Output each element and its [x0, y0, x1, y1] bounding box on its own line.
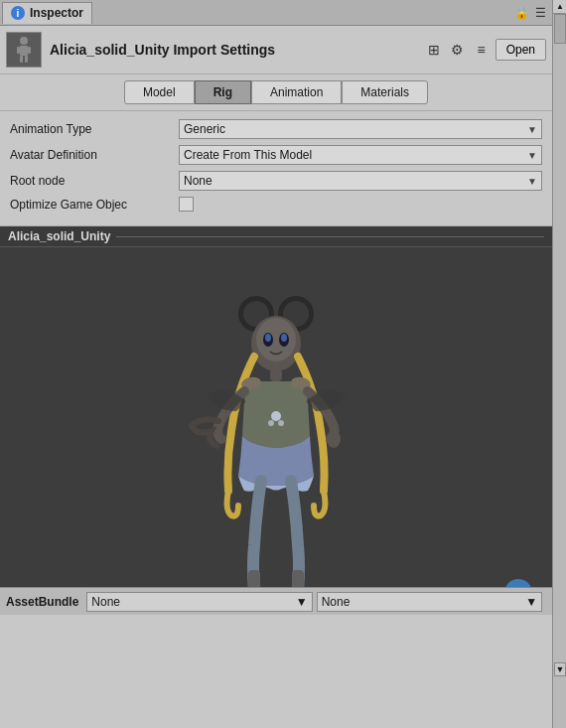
tab-bar-actions: 🔒 ☰	[513, 5, 552, 21]
asset-bundle-select-2[interactable]: None ▼	[317, 592, 542, 612]
asset-header: Alicia_solid_Unity Import Settings ⊞ ⚙ ≡…	[0, 26, 552, 74]
svg-rect-2	[20, 46, 28, 56]
asset-bundle-select-1[interactable]: None ▼	[86, 592, 312, 612]
avatar-definition-label: Avatar Definition	[10, 148, 179, 162]
preview-divider	[116, 236, 544, 237]
animation-type-label: Animation Type	[10, 122, 179, 136]
menu-icon[interactable]: ☰	[532, 5, 548, 21]
svg-point-27	[278, 420, 284, 426]
optimize-game-object-label: Optimize Game Objec	[10, 198, 179, 212]
svg-point-25	[271, 411, 281, 421]
asset-bundle-value-2: None	[322, 595, 351, 609]
animation-type-select[interactable]: Generic ▼	[179, 119, 542, 139]
scroll-arrow-down[interactable]: ▼	[554, 662, 566, 676]
root-node-arrow: ▼	[527, 176, 537, 187]
scroll-track	[553, 14, 566, 728]
asset-header-icons: ⊞ ⚙ ≡ Open	[424, 39, 546, 61]
scroll-up-button[interactable]: ▲	[553, 0, 566, 14]
svg-rect-17	[270, 369, 282, 381]
svg-point-26	[268, 420, 274, 426]
svg-point-15	[265, 334, 271, 342]
inspector-tab-label: Inspector	[30, 6, 83, 20]
svg-point-16	[281, 334, 287, 342]
view-icon[interactable]: ⊞	[424, 40, 444, 60]
asset-thumbnail-image	[7, 33, 41, 67]
svg-rect-4	[28, 47, 31, 54]
scroll-thumb[interactable]	[554, 14, 566, 44]
avatar-definition-select[interactable]: Create From This Model ▼	[179, 145, 542, 165]
root-node-select[interactable]: None ▼	[179, 171, 542, 191]
animation-type-arrow: ▼	[527, 124, 537, 135]
main-scrollbar[interactable]: ▲ ▼	[552, 0, 566, 728]
root-node-label: Root node	[10, 174, 179, 188]
open-button[interactable]: Open	[495, 39, 546, 61]
settings-panel: Animation Type Generic ▼ Avatar Definiti…	[0, 111, 552, 226]
asset-title: Alicia_solid_Unity Import Settings	[50, 42, 424, 58]
optimize-game-object-checkbox[interactable]	[179, 197, 194, 212]
svg-point-20	[327, 430, 341, 448]
tab-rig[interactable]: Rig	[195, 80, 251, 104]
svg-point-12	[256, 318, 296, 362]
inspector-tab[interactable]: i Inspector	[2, 2, 92, 24]
tab-animation[interactable]: Animation	[251, 80, 342, 104]
more-icon[interactable]: ≡	[472, 40, 492, 60]
asset-bundle-arrow-2: ▼	[525, 595, 537, 609]
svg-rect-3	[17, 47, 20, 54]
asset-bundle-value-1: None	[91, 595, 120, 609]
info-icon: i	[11, 6, 25, 20]
preview-canvas[interactable]: ?	[0, 247, 552, 615]
avatar-definition-value: Create From This Model	[184, 148, 312, 162]
asset-bundle-arrow-1: ▼	[296, 595, 308, 609]
asset-bundle-label: AssetBundle	[6, 595, 78, 609]
preview-title: Alicia_solid_Unity	[8, 229, 110, 243]
avatar-definition-arrow: ▼	[527, 150, 537, 161]
preview-section: Alicia_solid_Unity	[0, 226, 552, 615]
animation-type-value: Generic	[184, 122, 225, 136]
asset-bundle-bar: AssetBundle None ▼ None ▼	[0, 587, 552, 615]
animation-type-row: Animation Type Generic ▼	[10, 119, 542, 139]
optimize-game-object-row: Optimize Game Objec	[10, 197, 542, 212]
svg-point-1	[20, 37, 28, 45]
character-svg	[167, 262, 385, 610]
root-node-value: None	[184, 174, 212, 188]
lock-icon[interactable]: 🔒	[513, 5, 529, 21]
asset-thumbnail	[6, 32, 42, 68]
preview-header: Alicia_solid_Unity	[0, 226, 552, 247]
sub-tab-bar: Model Rig Animation Materials	[0, 74, 552, 111]
root-node-row: Root node None ▼	[10, 171, 542, 191]
inspector-tab-bar: i Inspector 🔒 ☰	[0, 0, 552, 26]
tab-model[interactable]: Model	[124, 80, 195, 104]
avatar-definition-row: Avatar Definition Create From This Model…	[10, 145, 542, 165]
tab-materials[interactable]: Materials	[342, 80, 428, 104]
svg-rect-5	[20, 56, 23, 63]
settings-icon[interactable]: ⚙	[448, 40, 468, 60]
svg-rect-6	[25, 56, 28, 63]
